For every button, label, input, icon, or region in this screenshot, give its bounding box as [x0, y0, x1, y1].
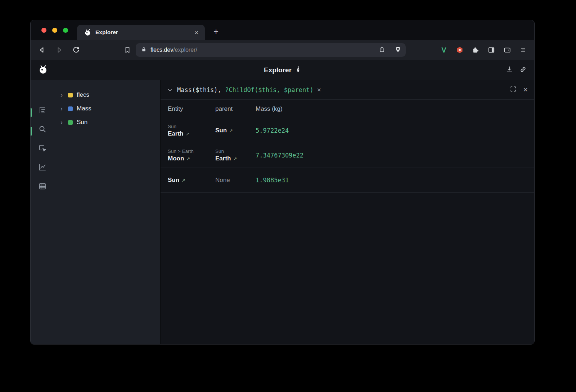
- app-header: Explorer: [31, 60, 534, 80]
- entity-name[interactable]: Moon: [168, 155, 184, 162]
- column-parent: parent: [215, 105, 256, 113]
- inspect-select-icon[interactable]: [38, 143, 47, 153]
- extension-area: V: [434, 44, 529, 56]
- parent-name[interactable]: None: [215, 177, 230, 184]
- tree-item[interactable]: › Mass: [54, 102, 160, 115]
- mass-value: 1.9885e31: [256, 168, 534, 192]
- browser-toolbar: flecs.dev/explorer/ V: [31, 40, 534, 60]
- parent-cell: None: [215, 168, 256, 192]
- parent-cell: Sun ↗: [215, 118, 256, 143]
- table-row: Sun > Earth Moon ↗ Sun Earth ↗ 7.3476730…: [161, 143, 534, 168]
- entity-cell: Sun ↗: [168, 168, 215, 192]
- entity-name[interactable]: Sun: [168, 177, 179, 184]
- entity-tree: › flecs › Mass › Sun: [54, 80, 161, 345]
- tree-item-swatch: [68, 93, 73, 97]
- search-icon[interactable]: [38, 124, 47, 134]
- fullscreen-icon[interactable]: [510, 86, 517, 94]
- divider: [390, 46, 390, 54]
- hexagon-extension-icon[interactable]: [454, 44, 466, 56]
- url-domain: flecs.dev: [150, 47, 173, 53]
- tree-item-swatch: [68, 120, 73, 125]
- flecs-favicon-icon: [84, 28, 91, 36]
- inspector-icon: [295, 66, 301, 74]
- entity-cell: Sun Earth ↗: [168, 118, 215, 143]
- page-title: Explorer: [264, 66, 301, 74]
- tree-item[interactable]: › flecs: [54, 88, 160, 102]
- parent-external-link-icon[interactable]: ↗: [229, 128, 233, 133]
- menu-icon[interactable]: [517, 44, 529, 56]
- column-entity: Entity: [168, 105, 215, 113]
- wallet-icon[interactable]: [501, 44, 513, 56]
- tree-expand-icon[interactable]: ›: [59, 119, 64, 126]
- query-text-plain: Mass($this),: [177, 86, 225, 94]
- extensions-puzzle-icon[interactable]: [469, 44, 482, 56]
- entity-external-link-icon[interactable]: ↗: [186, 156, 190, 161]
- tree-item[interactable]: › Sun: [54, 115, 160, 129]
- query-header: Mass($this), ?ChildOf($this, $parent) × …: [161, 80, 534, 100]
- tree-view-icon[interactable]: [38, 105, 47, 115]
- browser-tab-explorer[interactable]: Explorer ×: [77, 25, 205, 40]
- close-window-button[interactable]: [41, 28, 46, 33]
- address-bar[interactable]: flecs.dev/explorer/: [136, 43, 406, 57]
- parent-name[interactable]: Sun: [215, 127, 227, 134]
- mass-value: 5.9722e24: [256, 118, 534, 143]
- chevron-down-icon[interactable]: [167, 87, 173, 93]
- chart-icon[interactable]: [38, 163, 47, 172]
- query-panel: Mass($this), ?ChildOf($this, $parent) × …: [161, 80, 534, 345]
- tree-item-label[interactable]: Sun: [77, 119, 87, 126]
- brave-shield-icon[interactable]: [395, 46, 401, 54]
- tree-item-swatch: [68, 106, 73, 111]
- entity-cell: Sun > Earth Moon ↗: [168, 143, 215, 168]
- query-expression[interactable]: Mass($this), ?ChildOf($this, $parent): [177, 86, 314, 94]
- tree-item-label[interactable]: Mass: [77, 105, 91, 112]
- entity-path: Sun: [168, 124, 215, 129]
- back-button[interactable]: [36, 44, 49, 56]
- column-mass: Mass (kg): [256, 105, 534, 113]
- url-text: flecs.dev/explorer/: [150, 47, 197, 53]
- share-icon[interactable]: [378, 46, 386, 54]
- new-tab-button[interactable]: +: [211, 26, 221, 37]
- mass-value: 7.34767309e22: [256, 143, 534, 168]
- window-controls: [41, 28, 68, 33]
- app-title-text: Explorer: [264, 66, 292, 74]
- reload-button[interactable]: [69, 44, 82, 56]
- parent-cell: Sun Earth ↗: [215, 143, 256, 168]
- sidebar-toggle-icon[interactable]: [485, 44, 498, 56]
- flecs-logo-icon[interactable]: [38, 64, 48, 76]
- tab-title: Explorer: [95, 29, 118, 36]
- rows-list-icon[interactable]: [38, 182, 47, 191]
- table-row: Sun ↗ None 1.9885e31: [161, 168, 534, 193]
- entity-external-link-icon[interactable]: ↗: [181, 178, 185, 183]
- parent-path: Sun: [215, 149, 256, 154]
- result-table-body: Sun Earth ↗ Sun ↗ 5.9722e24 Sun > Earth …: [161, 118, 534, 193]
- tab-strip: Explorer × +: [31, 20, 534, 40]
- sidebar-rail: [31, 80, 54, 345]
- browser-window: Explorer × + flecs.dev/expl: [30, 20, 535, 345]
- entity-name[interactable]: Earth: [168, 130, 183, 137]
- forward-button[interactable]: [53, 44, 66, 56]
- url-path: /explorer/: [173, 47, 197, 53]
- entity-path: Sun > Earth: [168, 149, 215, 154]
- desktop-background: Explorer × + flecs.dev/expl: [0, 0, 576, 392]
- zoom-window-button[interactable]: [63, 28, 68, 33]
- active-indicator: [31, 127, 32, 136]
- parent-external-link-icon[interactable]: ↗: [233, 156, 237, 161]
- query-text-highlight: ?ChildOf($this, $parent): [225, 86, 314, 94]
- table-row: Sun Earth ↗ Sun ↗ 5.9722e24: [161, 118, 534, 143]
- tree-item-label[interactable]: flecs: [77, 91, 89, 99]
- copy-link-icon[interactable]: [519, 65, 527, 75]
- tree-expand-icon[interactable]: ›: [59, 91, 64, 99]
- panel-close-icon[interactable]: ×: [523, 86, 528, 94]
- lock-icon: [141, 46, 147, 54]
- bookmark-icon[interactable]: [121, 44, 134, 56]
- tree-expand-icon[interactable]: ›: [59, 105, 64, 113]
- minimize-window-button[interactable]: [52, 28, 57, 33]
- query-remove-icon[interactable]: ×: [317, 86, 321, 93]
- parent-name[interactable]: Earth: [215, 155, 231, 162]
- table-header: Entity parent Mass (kg): [161, 100, 534, 118]
- entity-external-link-icon[interactable]: ↗: [185, 131, 189, 137]
- vue-devtools-icon[interactable]: V: [438, 44, 450, 56]
- download-icon[interactable]: [505, 65, 513, 75]
- active-indicator: [31, 108, 32, 117]
- tab-close-icon[interactable]: ×: [193, 28, 200, 37]
